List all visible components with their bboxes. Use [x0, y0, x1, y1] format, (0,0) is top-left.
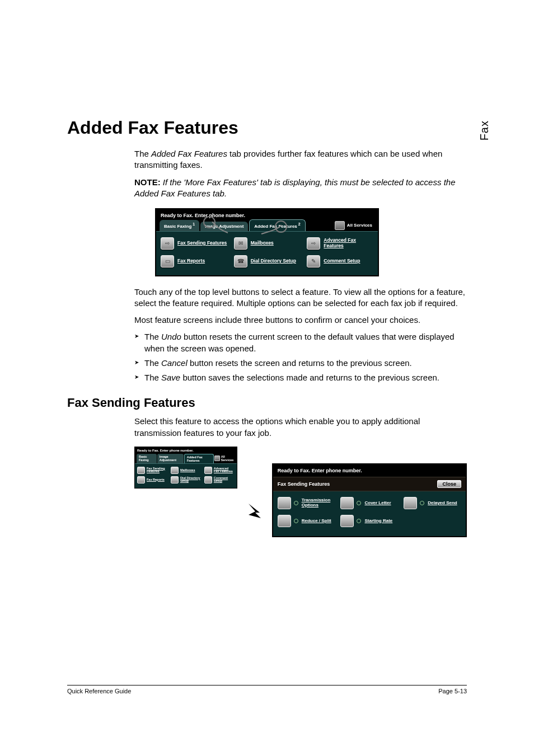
mini-tab-basic[interactable]: Basic Faxing — [137, 454, 157, 463]
body-block-2: Touch any of the top level buttons to se… — [134, 287, 467, 384]
mini-feat-directory[interactable]: Dial Directory Setup — [171, 476, 201, 483]
main-ss-frame: Ready to Fax. Enter phone number. Basic … — [155, 208, 379, 276]
bullet-cancel: The Cancel button resets the screen and … — [134, 358, 467, 369]
body2-p2: Most feature screens include three butto… — [134, 314, 467, 326]
mini-feat-reports[interactable]: Fax Reports — [137, 476, 167, 483]
mini-feat-sending[interactable]: Fax Sending Features — [137, 467, 167, 474]
feature-fax-sending[interactable]: ⇨ Fax Sending Features — [161, 237, 227, 250]
mini-topbar: Ready to Fax. Enter phone number. — [135, 447, 237, 454]
intro-paragraph: The Added Fax Features tab provides furt… — [134, 148, 467, 171]
detail-header: Fax Sending Features Close — [273, 477, 466, 491]
b3-em: Save — [161, 373, 180, 382]
flow-arrow-icon — [247, 503, 262, 519]
feature-comment-setup-label: Comment Setup — [324, 259, 360, 264]
b3-pre: The — [144, 373, 161, 382]
b1-post: button resets the current screen to the … — [144, 332, 455, 353]
feature-advanced-fax[interactable]: ⇨ Advanced Fax Features — [307, 237, 373, 250]
mini-comment-icon — [204, 476, 212, 483]
mini-reports-icon — [137, 476, 145, 483]
all-services-button[interactable]: All Services — [332, 220, 374, 231]
main-ss-topbar: Ready to Fax. Enter phone number. — [156, 209, 378, 219]
mini-tab-image[interactable]: Image Adjustment — [157, 454, 184, 463]
footer-right: Page 5-13 — [438, 688, 467, 694]
note-label: NOTE: — [134, 177, 161, 187]
mini-all-services-label: All Services — [221, 455, 235, 462]
tab-basic-faxing[interactable]: Basic Faxing1 — [160, 220, 199, 231]
bullet-undo: The Undo button resets the current scree… — [134, 331, 467, 354]
page-title: Added Fax Features — [67, 0, 467, 138]
detail-feat-delayed[interactable]: Delayed Send — [404, 497, 461, 509]
reduce-split-icon — [278, 515, 291, 527]
detail-feat-cover-label: Cover Letter — [364, 501, 391, 506]
tab-added-sup: 2 — [298, 222, 301, 226]
intro-pre: The — [134, 149, 151, 158]
note-paragraph: NOTE: If the 'More Fax Features' tab is … — [134, 177, 467, 200]
main-ss-panel: ⇨ Fax Sending Features ✉ Mailboxes ⇨ Adv… — [156, 231, 378, 275]
detail-feat-starting-label: Starting Rate — [364, 519, 392, 524]
intro-block: The Added Fax Features tab provides furt… — [134, 148, 467, 199]
intro-em: Added Fax Features — [151, 149, 227, 158]
tab-basic-sup: 1 — [193, 222, 195, 226]
feature-dial-directory[interactable]: ☎ Dial Directory Setup — [234, 255, 301, 267]
dial-directory-icon: ☎ — [234, 255, 247, 267]
page: Fax Added Fax Features The Added Fax Fea… — [0, 0, 534, 756]
section2-p1: Select this feature to access the option… — [134, 416, 467, 439]
detail-header-label: Fax Sending Features — [278, 481, 330, 487]
callout-2-curve — [260, 225, 283, 235]
b2-pre: The — [144, 358, 161, 368]
bullet-save: The Save button saves the selections mad… — [134, 372, 467, 383]
advanced-fax-icon: ⇨ — [307, 237, 320, 250]
mini-directory-icon — [171, 476, 179, 483]
detail-screenshot: Ready to Fax. Enter phone number. Fax Se… — [272, 463, 467, 537]
detail-feat-cover[interactable]: Cover Letter — [340, 497, 398, 509]
detail-topbar: Ready to Fax. Enter phone number. — [273, 464, 466, 477]
section-fax-sending-title: Fax Sending Features — [67, 396, 467, 410]
b3-post: button saves the selections made and ret… — [180, 373, 439, 382]
callout-1-curve — [195, 222, 229, 234]
transmission-icon — [278, 497, 291, 509]
mini-advanced-icon — [204, 467, 212, 474]
feature-fax-reports[interactable]: ▭ Fax Reports — [161, 255, 227, 267]
mini-feat-directory-label: Dial Directory Setup — [180, 477, 201, 483]
comment-setup-icon: ✎ — [307, 255, 320, 267]
mini-feat-comment[interactable]: Comment Setup — [204, 476, 235, 483]
b1-em: Undo — [161, 332, 181, 341]
mini-tabs: Basic Faxing Image Adjustment Added Fax … — [135, 454, 237, 463]
side-chapter-label: Fax — [478, 120, 491, 140]
mini-all-services-icon — [214, 456, 220, 461]
dual-screenshot-row: Ready to Fax. Enter phone number. Basic … — [134, 447, 467, 537]
mini-feat-mailboxes-label: Mailboxes — [180, 469, 195, 472]
main-screenshot: Ready to Fax. Enter phone number. Basic … — [155, 208, 379, 276]
b2-post: button resets the screen and returns to … — [188, 358, 412, 368]
cover-indicator — [357, 501, 361, 505]
cover-letter-icon — [340, 497, 354, 509]
mini-screenshot: Ready to Fax. Enter phone number. Basic … — [134, 447, 237, 489]
all-services-icon — [335, 221, 345, 230]
mini-feat-sending-label: Fax Sending Features — [147, 467, 167, 474]
page-footer: Quick Reference Guide Page 5-13 — [67, 685, 467, 694]
detail-feat-transmission[interactable]: Transmission Options — [278, 497, 335, 509]
note-body: If the 'More Fax Features' tab is displa… — [134, 177, 456, 198]
detail-feat-starting[interactable]: Starting Rate — [340, 515, 398, 527]
mini-tab-added[interactable]: Added Fax Features — [184, 454, 214, 463]
mini-feat-mailboxes[interactable]: Mailboxes — [171, 467, 201, 474]
mailboxes-icon: ✉ — [234, 237, 247, 250]
mini-mailboxes-icon — [171, 467, 179, 474]
fax-reports-icon: ▭ — [161, 255, 174, 267]
feature-fax-sending-label: Fax Sending Features — [177, 241, 227, 246]
feature-advanced-fax-label: Advanced Fax Features — [324, 238, 373, 248]
b1-pre: The — [144, 332, 161, 341]
feature-mailboxes[interactable]: ✉ Mailboxes — [234, 237, 301, 250]
mini-feat-advanced[interactable]: Advanced Fax Features — [204, 467, 235, 474]
detail-feat-transmission-label: Transmission Options — [302, 498, 335, 508]
close-button[interactable]: Close — [437, 480, 461, 488]
fax-sending-icon: ⇨ — [161, 237, 174, 250]
detail-feat-reduce[interactable]: Reduce / Split — [278, 515, 335, 527]
detail-panel: Transmission Options Cover Letter Delaye… — [273, 491, 466, 536]
mini-all-services[interactable]: All Services — [214, 454, 235, 463]
feature-comment-setup[interactable]: ✎ Comment Setup — [307, 255, 373, 267]
detail-feat-delayed-label: Delayed Send — [428, 501, 457, 506]
footer-left: Quick Reference Guide — [67, 688, 131, 694]
mini-sending-icon — [137, 467, 145, 474]
body2-p1: Touch any of the top level buttons to se… — [134, 287, 467, 309]
